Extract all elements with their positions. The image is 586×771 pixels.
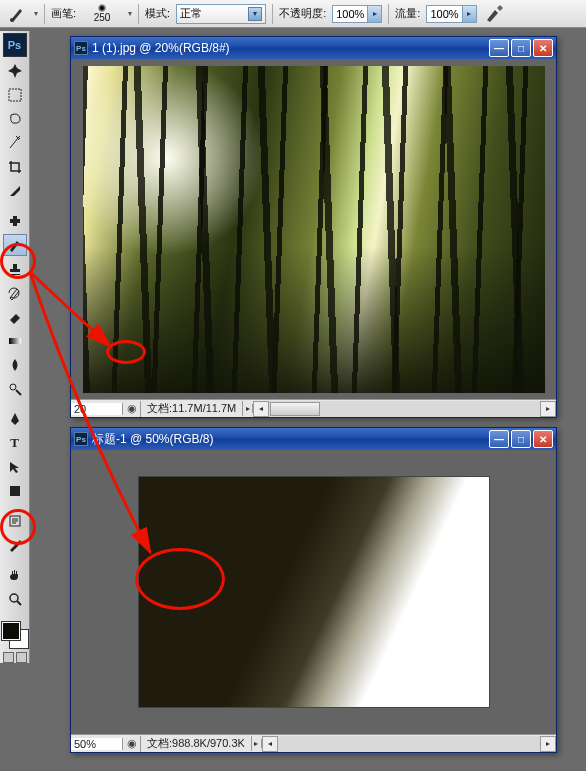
- foreground-color-swatch[interactable]: [2, 622, 20, 640]
- scroll-right-icon[interactable]: ▸: [540, 401, 556, 417]
- dropdown-arrow-icon: ▾: [248, 7, 262, 21]
- brush-label: 画笔:: [51, 6, 76, 21]
- image-content: [138, 476, 490, 708]
- maximize-button[interactable]: □: [511, 39, 531, 57]
- lasso-tool[interactable]: [3, 108, 27, 130]
- svg-rect-3: [13, 216, 17, 226]
- stamp-tool[interactable]: [3, 258, 27, 280]
- wand-tool[interactable]: [3, 132, 27, 154]
- minimize-button[interactable]: —: [489, 430, 509, 448]
- chevron-right-icon[interactable]: ▸: [252, 739, 262, 748]
- chevron-right-icon: ▸: [462, 6, 476, 22]
- sprocket-icon[interactable]: ◉: [123, 401, 141, 417]
- slice-tool[interactable]: [3, 180, 27, 202]
- blur-tool[interactable]: [3, 354, 27, 376]
- blend-mode-select[interactable]: 正常 ▾: [176, 4, 266, 24]
- scroll-left-icon[interactable]: ◂: [262, 736, 278, 752]
- window-title: 1 (1).jpg @ 20%(RGB/8#): [92, 41, 485, 55]
- close-button[interactable]: ✕: [533, 39, 553, 57]
- flow-input[interactable]: 100% ▸: [426, 5, 476, 23]
- scroll-right-icon[interactable]: ▸: [540, 736, 556, 752]
- svg-rect-6: [10, 486, 20, 496]
- scroll-left-icon[interactable]: ◂: [253, 401, 269, 417]
- hand-tool[interactable]: [3, 564, 27, 586]
- svg-rect-4: [9, 338, 21, 344]
- svg-rect-1: [9, 89, 21, 101]
- color-swatch[interactable]: [2, 622, 28, 648]
- canvas[interactable]: [71, 59, 556, 399]
- path-select-tool[interactable]: [3, 456, 27, 478]
- history-brush-tool[interactable]: [3, 282, 27, 304]
- svg-point-0: [10, 18, 14, 22]
- move-tool[interactable]: [3, 60, 27, 82]
- zoom-field[interactable]: 50%: [71, 738, 123, 750]
- app-logo: Ps: [3, 33, 27, 57]
- standard-mode-icon[interactable]: [3, 652, 14, 663]
- dodge-tool[interactable]: [3, 378, 27, 400]
- notes-tool[interactable]: [3, 510, 27, 532]
- chevron-right-icon: ▸: [367, 6, 381, 22]
- eyedropper-tool[interactable]: [3, 534, 27, 556]
- flow-label: 流量:: [395, 6, 420, 21]
- document-icon: Ps: [74, 432, 88, 446]
- image-content: [83, 66, 545, 393]
- hscrollbar[interactable]: ◂ ▸: [262, 736, 556, 752]
- brush-icon[interactable]: [6, 3, 28, 25]
- chevron-right-icon[interactable]: ▸: [243, 404, 253, 413]
- document-icon: Ps: [74, 41, 88, 55]
- opacity-input[interactable]: 100% ▸: [332, 5, 382, 23]
- type-tool[interactable]: T: [3, 432, 27, 454]
- pen-tool[interactable]: [3, 408, 27, 430]
- gradient-tool[interactable]: [3, 330, 27, 352]
- opacity-label: 不透明度:: [279, 6, 326, 21]
- eraser-tool[interactable]: [3, 306, 27, 328]
- hscrollbar[interactable]: ◂ ▸: [253, 401, 556, 417]
- zoom-field[interactable]: 20: [71, 403, 123, 415]
- window-title: 标题-1 @ 50%(RGB/8): [92, 431, 485, 448]
- document-window-1: Ps 1 (1).jpg @ 20%(RGB/8#) — □ ✕ 20 ◉ 文档…: [70, 36, 557, 418]
- titlebar[interactable]: Ps 标题-1 @ 50%(RGB/8) — □ ✕: [71, 428, 556, 450]
- scroll-thumb[interactable]: [270, 402, 320, 416]
- status-bar: 50% ◉ 文档:988.8K/970.3K ▸ ◂ ▸: [71, 734, 556, 752]
- minimize-button[interactable]: —: [489, 39, 509, 57]
- mode-label: 模式:: [145, 6, 170, 21]
- sprocket-icon[interactable]: ◉: [123, 736, 141, 752]
- close-button[interactable]: ✕: [533, 430, 553, 448]
- shape-tool[interactable]: [3, 480, 27, 502]
- document-window-2: Ps 标题-1 @ 50%(RGB/8) — □ ✕ 50% ◉ 文档:988.…: [70, 427, 557, 753]
- airbrush-icon[interactable]: [483, 3, 505, 25]
- marquee-tool[interactable]: [3, 84, 27, 106]
- docinfo: 文档:11.7M/11.7M: [141, 401, 243, 416]
- docinfo: 文档:988.8K/970.3K: [141, 736, 252, 751]
- options-bar: ▾ 画笔: 250 ▾ 模式: 正常 ▾ 不透明度: 100% ▸ 流量: 10…: [0, 0, 586, 28]
- brush-preset[interactable]: 250: [82, 4, 122, 23]
- titlebar[interactable]: Ps 1 (1).jpg @ 20%(RGB/8#) — □ ✕: [71, 37, 556, 59]
- toolbox: Ps T: [0, 31, 30, 663]
- brush-tool[interactable]: [3, 234, 27, 256]
- svg-point-5: [10, 384, 16, 390]
- maximize-button[interactable]: □: [511, 430, 531, 448]
- canvas[interactable]: [71, 450, 556, 734]
- healing-tool[interactable]: [3, 210, 27, 232]
- quickmask-mode-icon[interactable]: [16, 652, 27, 663]
- crop-tool[interactable]: [3, 156, 27, 178]
- svg-point-8: [10, 594, 18, 602]
- status-bar: 20 ◉ 文档:11.7M/11.7M ▸ ◂ ▸: [71, 399, 556, 417]
- zoom-tool[interactable]: [3, 588, 27, 610]
